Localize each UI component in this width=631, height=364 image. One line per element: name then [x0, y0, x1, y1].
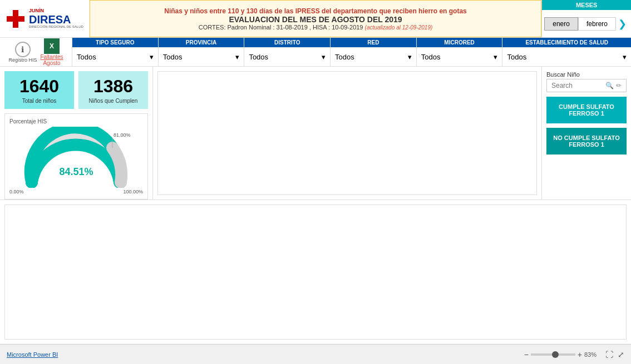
- stat-cards: 1640 Total de niños 1386 Niños que Cumpl…: [4, 71, 148, 109]
- search-icon[interactable]: 🔍: [605, 82, 614, 89]
- month-enero[interactable]: enero: [544, 17, 578, 31]
- filter-establecimiento-select[interactable]: Todos ▾: [502, 47, 631, 66]
- search-box[interactable]: 🔍 ✏: [546, 79, 627, 92]
- bottom-chart: [4, 205, 627, 340]
- search-section: Buscar Niño 🔍 ✏: [546, 71, 627, 92]
- zoom-plus-button[interactable]: +: [578, 350, 582, 359]
- filter-distrito-select[interactable]: Todos ▾: [244, 47, 330, 66]
- gauge-percent: 84.51%: [59, 166, 93, 178]
- filter-distrito: DISTRITO Todos ▾: [244, 38, 331, 66]
- filter-red-label: RED: [331, 38, 416, 47]
- registro-his-button[interactable]: ℹ Registro HIS: [8, 42, 37, 63]
- chevron-down-icon: ▾: [150, 53, 154, 61]
- filter-red: RED Todos ▾: [331, 38, 417, 66]
- month-febrero[interactable]: febrero: [578, 17, 616, 31]
- filter-establecimiento: ESTABLECIMIENTO DE SALUD Todos ▾: [502, 38, 631, 66]
- filter-microred: MICRORED Todos ▾: [417, 38, 503, 66]
- zoom-slider[interactable]: [531, 353, 575, 356]
- filter-tipo-seguro: TIPO SEGURO Todos ▾: [72, 38, 159, 66]
- filter-establecimiento-label: ESTABLECIMIENTO DE SALUD: [502, 38, 631, 47]
- total-ninos-card: 1640 Total de niños: [4, 71, 74, 109]
- power-bi-link[interactable]: Microsoft Power BI: [7, 351, 58, 358]
- chevron-down-icon: ▾: [623, 53, 627, 61]
- total-ninos-number: 1640: [9, 76, 69, 97]
- info-icon: ℹ: [15, 42, 31, 57]
- zoom-percent: 83%: [584, 351, 601, 358]
- search-label: Buscar Niño: [546, 71, 627, 78]
- filter-provincia-select[interactable]: Todos ▾: [159, 47, 244, 66]
- no-cumple-sulfato-button[interactable]: NO CUMPLE SULFATO FERROSO 1: [546, 128, 627, 154]
- gauge-title: Porcentaje HIS: [9, 118, 143, 124]
- zoom-minus-button[interactable]: −: [524, 350, 529, 359]
- months-header: MESES: [542, 0, 631, 10]
- month-next-button[interactable]: ❯: [616, 18, 629, 30]
- chevron-down-icon: ▾: [494, 53, 497, 61]
- ninos-cumplen-number: 1386: [83, 76, 143, 97]
- logo-diresa: DIRESA: [29, 14, 83, 25]
- main-chart-area: [157, 71, 537, 195]
- zoom-control: − + 83%: [524, 350, 601, 359]
- filter-provincia-label: PROVINCIA: [159, 38, 244, 47]
- logo-area: JUNÍN DIRESA DIRECCIÓN REGIONAL DE SALUD: [0, 0, 90, 37]
- announcement-subtitle: EVALUACION DEL MES DE AGOSTO DEL 2019: [229, 15, 402, 24]
- center-panel: [153, 67, 542, 200]
- chevron-down-icon: ▾: [408, 53, 412, 61]
- cumple-sulfato-button[interactable]: CUMPLE SULFATO FERROSO 1: [546, 97, 627, 123]
- filter-provincia: PROVINCIA Todos ▾: [159, 38, 245, 66]
- excel-icon: X: [44, 38, 60, 54]
- zoom-thumb[interactable]: [552, 351, 559, 358]
- fullscreen-button[interactable]: ⛶: [605, 350, 613, 359]
- announcement-title: Niñas y niños entre 110 y 130 días de la…: [164, 7, 467, 15]
- announcement-cortes: CORTES: Padron Nominal : 31-08-2019 , HI…: [199, 24, 433, 31]
- logo-cross-icon: [6, 9, 26, 29]
- bottom-chart-section: [0, 200, 631, 344]
- expand-button[interactable]: ⤢: [618, 350, 624, 359]
- ninos-cumplen-card: 1386 Niños que Cumplen: [78, 71, 148, 109]
- faltantes-agosto-button[interactable]: X Faltantes Agosto: [40, 38, 63, 66]
- bottom-bar: Microsoft Power BI − + 83% ⛶ ⤢: [0, 344, 631, 364]
- search-input[interactable]: [551, 82, 605, 89]
- bottom-controls: − + 83% ⛶ ⤢: [524, 350, 624, 359]
- chevron-down-icon: ▾: [322, 53, 326, 61]
- filter-tipo-seguro-label: TIPO SEGURO: [72, 38, 158, 47]
- left-icons-area: ℹ Registro HIS X Faltantes Agosto: [0, 38, 72, 66]
- filter-microred-select[interactable]: Todos ▾: [417, 47, 502, 66]
- month-navigation: MESES enero febrero ❯: [541, 0, 631, 37]
- ninos-cumplen-label: Niños que Cumplen: [83, 98, 143, 104]
- gauge-labels: 0.00% 100.00%: [9, 189, 143, 195]
- gauge-svg: 81.00%: [21, 127, 132, 188]
- announcement-updated: (actualizado al 12-09-2019): [365, 24, 433, 31]
- svg-text:81.00%: 81.00%: [114, 132, 131, 138]
- right-panel: Buscar Niño 🔍 ✏ CUMPLE SULFATO FERROSO 1…: [542, 67, 631, 200]
- logo-text: JUNÍN DIRESA DIRECCIÓN REGIONAL DE SALUD: [29, 8, 83, 28]
- filter-distrito-label: DISTRITO: [244, 38, 330, 47]
- filter-microred-label: MICRORED: [417, 38, 502, 47]
- announcement-banner: Niñas y niños entre 110 y 130 días de la…: [90, 0, 541, 37]
- filter-tipo-seguro-select[interactable]: Todos ▾: [72, 47, 158, 66]
- svg-rect-2: [13, 10, 18, 28]
- gauge-card: Porcentaje HIS 81.00%: [4, 113, 148, 200]
- logo-subtitle: DIRECCIÓN REGIONAL DE SALUD: [29, 25, 83, 29]
- chevron-down-icon: ▾: [235, 53, 239, 61]
- total-ninos-label: Total de niños: [9, 98, 69, 104]
- filter-red-select[interactable]: Todos ▾: [331, 47, 416, 66]
- left-stats-panel: 1640 Total de niños 1386 Niños que Cumpl…: [0, 67, 153, 200]
- edit-icon[interactable]: ✏: [616, 82, 622, 89]
